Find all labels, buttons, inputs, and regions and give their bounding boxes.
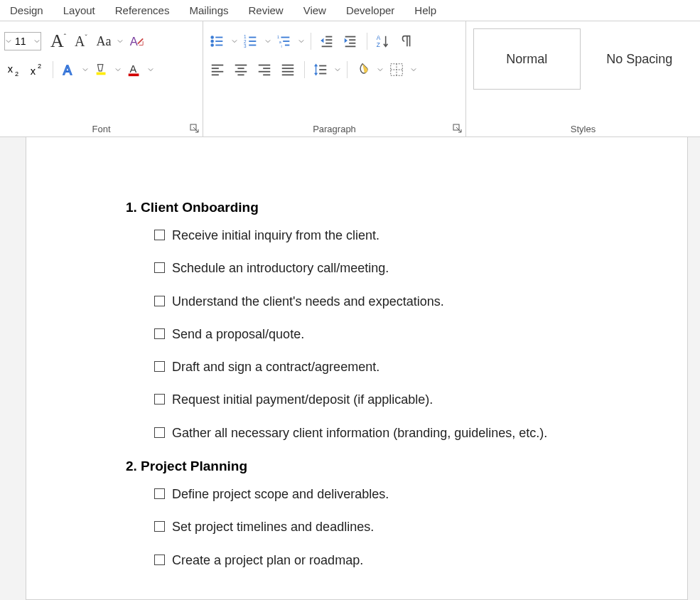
checkbox-icon[interactable] <box>154 555 165 565</box>
checkbox-icon[interactable] <box>154 488 165 499</box>
svg-point-14 <box>211 44 213 46</box>
font-group: 11 Aˆ Aˇ Aa A x2 x2 A <box>0 21 203 136</box>
ribbon: 11 Aˆ Aˇ Aa A x2 x2 A <box>0 21 700 137</box>
highlight-dropdown[interactable] <box>114 60 122 80</box>
line-spacing-dropdown[interactable] <box>334 60 341 80</box>
multilevel-dropdown[interactable] <box>298 31 305 51</box>
paragraph-group: 123 1ai AZ <box>203 21 466 136</box>
change-case-button[interactable]: Aa <box>94 31 114 51</box>
tab-developer[interactable]: Developer <box>336 0 404 21</box>
font-size-combo[interactable]: 11 <box>4 32 41 50</box>
numbering-dropdown[interactable] <box>264 31 271 51</box>
checklist: Receive initial inquiry from the client.… <box>154 227 687 441</box>
list-item: Receive initial inquiry from the client. <box>154 227 687 244</box>
font-color-dropdown[interactable] <box>147 60 154 80</box>
styles-group-label: Styles <box>466 121 700 136</box>
shading-button[interactable] <box>353 60 373 80</box>
subscript-button[interactable]: x2 <box>4 60 24 80</box>
tab-mailings[interactable]: Mailings <box>179 0 238 21</box>
svg-text:A: A <box>377 35 381 41</box>
tab-view[interactable]: View <box>294 0 336 21</box>
tab-references[interactable]: References <box>105 0 180 21</box>
paragraph-group-label: Paragraph <box>203 121 465 136</box>
justify-button[interactable] <box>278 60 298 80</box>
section-heading: 1. Client Onboarding <box>126 200 687 215</box>
align-right-button[interactable] <box>254 60 274 80</box>
svg-text:A: A <box>63 63 72 77</box>
checkbox-icon[interactable] <box>154 521 165 532</box>
styles-group: Normal No Spacing Styles <box>466 21 700 136</box>
list-item: Define project scope and deliverables. <box>154 486 687 503</box>
shrink-font-button[interactable]: Aˇ <box>71 31 91 51</box>
increase-indent-button[interactable] <box>340 31 360 51</box>
show-marks-button[interactable] <box>397 31 416 51</box>
tab-layout[interactable]: Layout <box>53 0 105 21</box>
svg-text:3: 3 <box>244 43 247 48</box>
line-spacing-button[interactable] <box>311 60 330 80</box>
tab-design[interactable]: Design <box>0 0 53 21</box>
document-page[interactable]: 1. Client Onboarding Receive initial inq… <box>26 137 688 600</box>
text-effects-dropdown[interactable] <box>82 60 89 80</box>
section-heading: 2. Project Planning <box>126 459 687 474</box>
bullets-dropdown[interactable] <box>231 31 238 51</box>
text-effects-button[interactable]: A <box>59 60 79 80</box>
checkbox-icon[interactable] <box>154 262 165 273</box>
list-item: Set project timelines and deadlines. <box>154 518 687 535</box>
checkbox-icon[interactable] <box>154 230 165 240</box>
style-no-spacing[interactable]: No Spacing <box>586 28 693 90</box>
clear-format-button[interactable]: A <box>126 31 146 51</box>
svg-text:i: i <box>281 44 281 48</box>
bullets-button[interactable] <box>208 31 227 51</box>
change-case-dropdown[interactable] <box>117 31 124 51</box>
checkbox-icon[interactable] <box>154 427 165 438</box>
checkbox-icon[interactable] <box>154 361 165 372</box>
svg-text:1: 1 <box>277 35 279 39</box>
svg-text:A: A <box>130 63 137 75</box>
checkbox-icon[interactable] <box>154 296 165 306</box>
align-center-button[interactable] <box>231 60 251 80</box>
svg-text:a: a <box>279 40 282 44</box>
tab-bar: Design Layout References Mailings Review… <box>0 0 700 21</box>
shading-dropdown[interactable] <box>377 60 384 80</box>
font-group-label: Font <box>0 121 203 136</box>
svg-rect-8 <box>129 74 139 77</box>
tab-help[interactable]: Help <box>404 0 446 21</box>
style-normal[interactable]: Normal <box>473 28 581 90</box>
list-item: Send a proposal/quote. <box>154 326 687 343</box>
sort-button[interactable]: AZ <box>373 31 393 51</box>
multilevel-button[interactable]: 1ai <box>274 31 294 51</box>
list-item: Understand the client's needs and expect… <box>154 293 687 310</box>
align-left-button[interactable] <box>208 60 227 80</box>
svg-text:A: A <box>130 35 138 48</box>
grow-font-button[interactable]: Aˆ <box>48 31 68 51</box>
font-dialog-launcher[interactable] <box>190 124 200 134</box>
list-item: Gather all necessary client information … <box>154 424 687 441</box>
borders-dropdown[interactable] <box>410 60 417 80</box>
checkbox-icon[interactable] <box>154 394 165 405</box>
list-item: Schedule an introductory call/meeting. <box>154 259 687 277</box>
svg-text:x: x <box>8 63 14 75</box>
numbering-button[interactable]: 123 <box>241 31 261 51</box>
paragraph-dialog-launcher[interactable] <box>453 124 463 134</box>
borders-button[interactable] <box>387 60 406 80</box>
highlight-button[interactable] <box>92 60 112 80</box>
font-color-button[interactable]: A <box>124 60 144 80</box>
checkbox-icon[interactable] <box>154 328 165 339</box>
svg-text:x: x <box>31 65 36 77</box>
tab-review[interactable]: Review <box>239 0 294 21</box>
svg-text:2: 2 <box>38 63 41 70</box>
document-area[interactable]: 1. Client Onboarding Receive initial inq… <box>0 137 700 600</box>
decrease-indent-button[interactable] <box>317 31 337 51</box>
checklist: Define project scope and deliverables. S… <box>154 486 687 569</box>
svg-text:2: 2 <box>15 70 18 77</box>
svg-rect-6 <box>97 73 106 75</box>
list-item: Draft and sign a contract/agreement. <box>154 358 687 375</box>
superscript-button[interactable]: x2 <box>27 60 47 80</box>
list-item: Create a project plan or roadmap. <box>154 552 687 569</box>
svg-point-10 <box>211 36 213 38</box>
svg-point-12 <box>211 41 213 43</box>
list-item: Request initial payment/deposit (if appl… <box>154 391 687 408</box>
svg-text:Z: Z <box>377 42 380 48</box>
